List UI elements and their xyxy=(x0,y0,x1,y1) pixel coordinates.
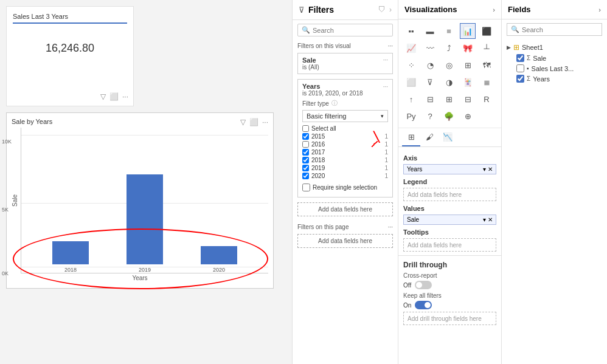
years-filter-more[interactable]: ··· xyxy=(383,83,388,90)
chart-filter-icon[interactable]: ▽ xyxy=(240,118,246,126)
chart-actions: ▽ ⬜ ··· xyxy=(240,118,268,126)
tree-node-sale[interactable]: Σ Sale xyxy=(507,53,602,63)
more-icon[interactable]: ··· xyxy=(122,92,128,101)
cb-label-2017: 2017 xyxy=(311,149,325,156)
viz-header: Visualizations › xyxy=(398,0,501,19)
tree-node-years[interactable]: Σ Years xyxy=(507,74,602,84)
viz-icon-slicer[interactable]: ⊟ xyxy=(422,91,438,107)
axis-chip-remove[interactable]: ✕ xyxy=(488,166,493,173)
filter-type-select[interactable]: Basic filtering ▾ xyxy=(302,110,388,122)
sale-filter-card[interactable]: Sale ··· is (All) xyxy=(297,53,393,74)
viz-icon-decomp[interactable]: 🌳 xyxy=(441,108,457,124)
kpi-value: 16,246.80 xyxy=(13,42,127,55)
viz-icon-r-visual[interactable]: R xyxy=(479,91,494,107)
tooltips-placeholder[interactable]: Add data fields here xyxy=(403,238,496,252)
fields-search-input[interactable] xyxy=(522,26,598,33)
viz-tab-fields[interactable]: ⊞ xyxy=(402,128,420,146)
filter-search-box[interactable]: 🔍 xyxy=(297,24,393,36)
cb-sale[interactable] xyxy=(516,54,524,62)
checkbox-2016[interactable]: 2016 1 ⟋ xyxy=(302,140,388,148)
filter-icon[interactable]: ▽ xyxy=(100,92,106,101)
viz-icon-multi-row[interactable]: ≣ xyxy=(479,74,494,90)
axis-chip-down[interactable]: ▾ xyxy=(483,166,486,173)
values-chip[interactable]: Sale ▾ ✕ xyxy=(403,215,496,225)
values-chip-down[interactable]: ▾ xyxy=(483,216,486,223)
drill-placeholder[interactable]: Add drill through fields here xyxy=(403,312,496,325)
viz-icon-stacked-bar-100[interactable]: ≡ xyxy=(441,23,457,39)
viz-icon-map[interactable]: 🗺 xyxy=(479,57,494,73)
axis-chip[interactable]: Years ▾ ✕ xyxy=(403,164,496,174)
viz-icon-python[interactable]: Py xyxy=(403,108,419,124)
viz-icon-kpi[interactable]: ↑ xyxy=(403,91,419,107)
viz-icon-line[interactable]: 📈 xyxy=(403,40,419,56)
viz-expand-icon[interactable]: › xyxy=(493,6,495,13)
chart-expand-icon[interactable]: ⬜ xyxy=(249,118,258,126)
viz-icon-area[interactable]: 〰 xyxy=(422,40,438,56)
viz-icon-treemap[interactable]: ⊞ xyxy=(460,57,476,73)
legend-placeholder[interactable]: Add data fields here xyxy=(403,188,496,201)
cb-2015[interactable] xyxy=(302,133,309,140)
viz-icon-line-clustered[interactable]: ⤴ xyxy=(441,40,457,56)
fields-search-box[interactable]: 🔍 xyxy=(507,23,602,36)
viz-icon-custom[interactable]: ⊕ xyxy=(460,108,476,124)
viz-icon-ribbon[interactable]: 🎀 xyxy=(460,40,476,56)
fields-expand-icon[interactable]: › xyxy=(598,6,601,13)
viz-icon-donut[interactable]: ◎ xyxy=(441,57,457,73)
add-fields-btn-visual[interactable]: Add data fields here xyxy=(297,202,393,216)
bar-2018[interactable] xyxy=(52,241,89,264)
cb-2019[interactable] xyxy=(302,165,309,171)
viz-icon-clustered-bar[interactable]: ▬ xyxy=(422,23,438,39)
filter-expand-icon[interactable]: › xyxy=(389,5,392,14)
checkbox-2020[interactable]: 2020 1 xyxy=(302,172,388,180)
filter-funnel-icon: ⊽ xyxy=(299,5,305,15)
filter-bookmark-icon[interactable]: ⛉ xyxy=(378,5,386,14)
viz-tab-format[interactable]: 🖌 xyxy=(420,128,439,146)
viz-icon-card[interactable]: 🃏 xyxy=(460,74,476,90)
cb-2016[interactable] xyxy=(302,141,309,148)
bar-2019[interactable] xyxy=(127,174,163,264)
filter-search-input[interactable] xyxy=(313,27,389,34)
viz-section-tabs: ⊞ 🖌 📉 xyxy=(398,128,501,147)
viz-icon-stacked-bar[interactable]: ▪▪ xyxy=(403,23,419,39)
viz-icon-stacked-column[interactable]: ⬛ xyxy=(479,23,494,39)
tree-node-sales-last3[interactable]: ▪ Sales Last 3... xyxy=(507,63,602,74)
viz-icon-funnel[interactable]: ⊽ xyxy=(422,74,438,90)
cb-sales-last3[interactable] xyxy=(516,64,524,72)
checkbox-2018[interactable]: 2018 1 xyxy=(302,156,388,164)
viz-icon-clustered-column[interactable]: 📊 xyxy=(460,23,476,39)
checkbox-select-all[interactable]: Select all xyxy=(302,125,388,132)
viz-icon-pie[interactable]: ◔ xyxy=(422,57,438,73)
cb-2020[interactable] xyxy=(302,173,309,179)
values-chip-remove[interactable]: ✕ xyxy=(488,216,493,223)
viz-icon-matrix[interactable]: ⊟ xyxy=(460,91,476,107)
add-fields-btn-page[interactable]: Add data fields here xyxy=(297,234,393,248)
cb-2017[interactable] xyxy=(302,149,309,156)
checkbox-2015[interactable]: 2015 1 ╲ xyxy=(302,132,388,140)
cb-2018[interactable] xyxy=(302,157,309,163)
viz-icon-gauge[interactable]: ◑ xyxy=(441,74,457,90)
cb-years[interactable] xyxy=(516,75,524,83)
sale-filter-more[interactable]: ··· xyxy=(383,57,388,64)
chart-title: Sale by Years xyxy=(12,118,268,125)
viz-icon-scatter[interactable]: ⁘ xyxy=(403,57,419,73)
viz-icon-table[interactable]: ⊞ xyxy=(441,91,457,107)
cross-report-label: Cross-report xyxy=(403,272,437,279)
viz-icon-filled-map[interactable]: ⬜ xyxy=(403,74,419,90)
checkbox-2019[interactable]: 2019 1 xyxy=(302,164,388,172)
on-visual-more[interactable]: ··· xyxy=(388,43,393,49)
chart-more-icon[interactable]: ··· xyxy=(262,118,268,126)
viz-tab-analytics[interactable]: 📉 xyxy=(439,128,457,146)
cross-report-toggle[interactable] xyxy=(415,281,432,289)
keep-filters-toggle[interactable] xyxy=(415,301,432,309)
tree-node-sheet1[interactable]: ▶ ⊞ Sheet1 xyxy=(507,42,602,53)
on-page-more[interactable]: ··· xyxy=(388,224,393,230)
viz-icon-waterfall[interactable]: ┴ xyxy=(479,40,494,56)
cb-label-2016: 2016 xyxy=(311,141,325,148)
cb-require-single[interactable] xyxy=(302,184,310,191)
chart-card: Sale by Years ▽ ⬜ ··· Sale 10K 5K 0K xyxy=(6,112,274,289)
bar-2020[interactable] xyxy=(201,246,237,264)
viz-icon-qna[interactable]: ? xyxy=(422,108,438,124)
cb-select-all[interactable] xyxy=(302,125,309,132)
checkbox-2017[interactable]: 2017 1 xyxy=(302,148,388,156)
expand-icon[interactable]: ⬜ xyxy=(109,92,119,101)
